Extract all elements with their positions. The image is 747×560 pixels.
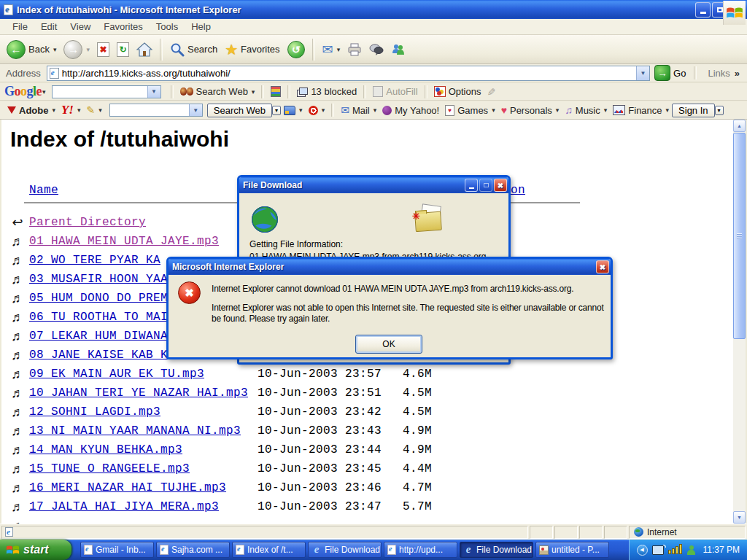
yahoo-edit-button[interactable]: ✎ ▾ (84, 104, 105, 117)
mail-button[interactable]: ✉ ▾ (319, 39, 344, 60)
minimize-button[interactable] (695, 2, 711, 18)
finance-dropdown-icon[interactable]: ▾ (666, 106, 670, 114)
yahoo-search-dropdown[interactable]: ▼ (189, 104, 202, 116)
home-button[interactable] (133, 40, 156, 59)
scroll-down-button[interactable]: ▼ (733, 511, 746, 524)
vertical-scrollbar[interactable]: ▲ ▼ (733, 120, 746, 524)
taskbar-button[interactable]: Sajha.com ... (156, 542, 230, 558)
menu-item[interactable]: View (63, 20, 97, 34)
taskbar-button[interactable]: File Download (460, 542, 533, 558)
back-dropdown-icon[interactable]: ▾ (53, 46, 57, 53)
stop-button[interactable]: ✖ (93, 40, 113, 59)
file-link[interactable]: 08 JANE KAISE KAB K (29, 349, 168, 362)
music-button[interactable]: ♫ Music ▾ (562, 104, 610, 117)
yahoo-search-input[interactable]: ▼ (109, 104, 203, 117)
error-dialog-titlebar[interactable]: Microsoft Internet Explorer ✖ (169, 259, 611, 275)
yahoo-dropdown-icon[interactable]: ▾ (77, 106, 81, 114)
file-link[interactable]: 01 HAWA MEIN UDTA JAYE.mp3 (29, 235, 219, 248)
yahoo-menu-button[interactable]: Y! ▾ (58, 102, 84, 118)
file-link[interactable]: 12 SOHNI LAGDI.mp3 (29, 405, 160, 419)
links-label[interactable]: Links (708, 68, 729, 79)
popup-blocker-button[interactable]: 13 blocked (294, 85, 360, 98)
file-link[interactable]: 02 WO TERE PYAR KA (29, 254, 160, 267)
file-link[interactable]: 05 HUM DONO DO PREM (29, 292, 168, 305)
adobe-dropdown-icon[interactable]: ▾ (52, 106, 55, 114)
go-button[interactable]: → Go (654, 65, 686, 81)
messenger-tray-icon[interactable] (686, 545, 696, 555)
mail-dropdown-icon[interactable]: ▾ (374, 106, 377, 114)
dialog-minimize-button[interactable] (465, 179, 478, 192)
autofill-button[interactable]: AutoFill (370, 85, 420, 98)
network-monitor-icon[interactable] (652, 545, 664, 555)
sign-in-dropdown[interactable]: ▾ (715, 106, 724, 115)
column-header-description-partial[interactable]: on (511, 184, 525, 197)
favorites-button[interactable]: ★ Favorites (221, 39, 283, 61)
google-options-button[interactable]: Options (431, 85, 484, 98)
history-button[interactable]: ↺ (284, 39, 309, 61)
menu-item[interactable]: Help (185, 20, 217, 34)
file-link[interactable]: 14 MAN KYUN BEHKA.mp3 (29, 443, 182, 456)
highlight-button[interactable]: ✎ (484, 85, 498, 99)
adobe-menu-button[interactable]: Adobe ▾ (4, 104, 58, 117)
column-header-name[interactable]: Name (29, 184, 58, 197)
mail-dropdown-icon[interactable]: ▾ (337, 46, 341, 53)
yahoo-mail-button[interactable]: ✉ Mail ▾ (338, 104, 379, 117)
file-link[interactable]: 16 MERI NAZAR HAI TUJHE.mp3 (29, 481, 226, 494)
signal-strength-icon[interactable] (668, 545, 682, 554)
forward-button[interactable]: → ▾ (60, 38, 93, 61)
links-overflow-icon[interactable]: » (735, 68, 740, 79)
google-search-web-button[interactable]: Search Web ▾ (177, 85, 258, 98)
dialog-close-button[interactable]: ✖ (494, 179, 507, 192)
games-dropdown-icon[interactable]: ▾ (492, 106, 495, 114)
tray-collapse-icon[interactable]: ◀ (637, 545, 648, 556)
yahoo-target-button[interactable]: ▾ (306, 105, 328, 116)
menu-item[interactable]: Edit (34, 20, 63, 34)
file-link[interactable]: 09 EK MAIN AUR EK TU.mp3 (29, 368, 204, 381)
menu-item[interactable]: File (6, 20, 34, 34)
file-link[interactable]: 06 TU ROOTHA TO MAI (29, 311, 168, 324)
menu-item[interactable]: Favorites (97, 20, 149, 34)
personals-dropdown-icon[interactable]: ▾ (556, 106, 560, 114)
taskbar-button[interactable]: Gmail - Inb... (80, 542, 154, 558)
file-link[interactable]: 15 TUNE O RANGEELE.mp3 (29, 462, 190, 475)
google-search-input[interactable]: ▼ (52, 85, 161, 98)
yahoo-search-web-dropdown[interactable]: ▾ (272, 106, 281, 115)
taskbar-button[interactable]: File Download (308, 542, 382, 558)
taskbar-button[interactable]: http://upd... (384, 542, 457, 558)
address-input[interactable]: http://arch119.kicks-ass.org/tutuhaiwohi… (47, 66, 650, 81)
google-logo[interactable]: Google (4, 84, 42, 99)
file-link[interactable]: 03 MUSAFIR HOON YAA (29, 273, 168, 286)
taskbar-button[interactable]: untitled - P... (535, 542, 609, 558)
scroll-up-button[interactable]: ▲ (733, 120, 746, 132)
finance-button[interactable]: Finance ▾ (610, 104, 672, 117)
file-download-titlebar[interactable]: File Download ✖ (239, 177, 508, 193)
music-dropdown-icon[interactable]: ▾ (604, 106, 608, 114)
bookmarks-dropdown-icon[interactable]: ▾ (299, 106, 303, 114)
refresh-button[interactable]: ↻ (113, 40, 133, 59)
personals-button[interactable]: ♥ Personals ▾ (498, 104, 562, 117)
menu-item[interactable]: Tools (150, 20, 185, 34)
pencil-dropdown-icon[interactable]: ▾ (98, 106, 102, 114)
my-yahoo-button[interactable]: My Yahoo! (379, 104, 442, 117)
forward-dropdown-icon[interactable]: ▾ (86, 46, 90, 53)
sign-in-button[interactable]: Sign In (672, 104, 714, 117)
yahoo-bookmarks-button[interactable]: ▾ (281, 105, 306, 116)
start-button[interactable]: start (0, 540, 71, 560)
address-url[interactable]: http://arch119.kicks-ass.org/tutuhaiwohi… (62, 68, 633, 79)
yahoo-search-web-button[interactable]: Search Web (207, 104, 272, 117)
messenger-button[interactable] (387, 41, 409, 58)
file-link[interactable]: Parent Directory (29, 216, 146, 229)
file-link[interactable]: 10 JAHAN TERI YE NAZAR HAI.mp3 (29, 386, 248, 400)
google-search-dropdown[interactable]: ▼ (147, 86, 160, 98)
search-button[interactable]: Search (166, 40, 221, 59)
google-dropdown-icon[interactable]: ▾ (42, 88, 46, 96)
games-button[interactable]: ♥ Games ▾ (442, 104, 498, 117)
taskbar-button[interactable]: Index of /t... (232, 542, 306, 558)
google-page-info-button[interactable] (268, 85, 284, 98)
file-link[interactable]: 07 LEKAR HUM DIWANA (29, 330, 168, 343)
search-web-dropdown-icon[interactable]: ▾ (252, 88, 255, 96)
discuss-button[interactable] (365, 41, 387, 58)
target-dropdown-icon[interactable]: ▾ (322, 106, 325, 114)
scrollbar-thumb[interactable] (733, 133, 746, 339)
file-link[interactable]: 13 NI MAIN YAAR MANANA NI.mp3 (29, 424, 241, 438)
